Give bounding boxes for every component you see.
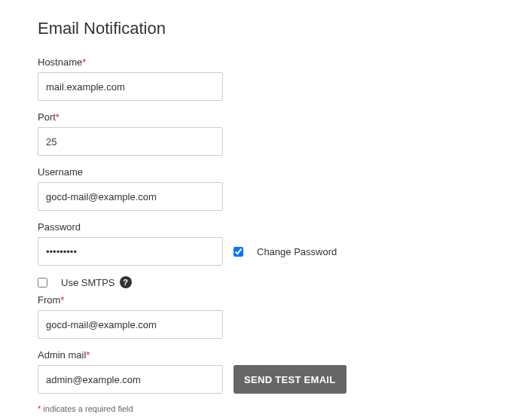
admin-mail-label: Admin mail* bbox=[38, 349, 481, 361]
admin-mail-label-text: Admin mail bbox=[38, 349, 86, 361]
port-label-text: Port bbox=[38, 111, 56, 123]
hostname-input[interactable] bbox=[38, 72, 223, 101]
from-label-text: From bbox=[38, 294, 60, 306]
required-star: * bbox=[86, 349, 90, 361]
password-label-text: Password bbox=[38, 221, 81, 233]
required-star: * bbox=[82, 56, 86, 68]
admin-mail-group: Admin mail* SEND TEST EMAIL bbox=[38, 349, 481, 394]
required-star: * bbox=[56, 111, 60, 123]
password-label: Password bbox=[38, 221, 481, 233]
use-smtps-label: Use SMTPS bbox=[61, 277, 115, 288]
required-star: * bbox=[60, 294, 64, 306]
username-group: Username bbox=[38, 166, 481, 211]
change-password-checkbox[interactable] bbox=[234, 247, 243, 257]
username-label-text: Username bbox=[38, 166, 83, 178]
change-password-label: Change Password bbox=[257, 246, 337, 257]
required-field-note: * indicates a required field bbox=[38, 404, 481, 413]
password-input[interactable] bbox=[38, 237, 223, 266]
username-label: Username bbox=[38, 166, 481, 178]
hostname-group: Hostname* bbox=[38, 56, 481, 101]
required-field-note-text: indicates a required field bbox=[41, 404, 133, 413]
admin-mail-input[interactable] bbox=[38, 365, 223, 394]
from-label: From* bbox=[38, 294, 481, 306]
port-input[interactable] bbox=[38, 127, 223, 156]
smtps-group: Use SMTPS ? From* bbox=[38, 276, 481, 339]
page-title: Email Notification bbox=[38, 19, 481, 38]
use-smtps-checkbox[interactable] bbox=[38, 278, 47, 288]
hostname-label: Hostname* bbox=[38, 56, 481, 68]
from-input[interactable] bbox=[38, 310, 223, 339]
port-group: Port* bbox=[38, 111, 481, 156]
send-test-email-button[interactable]: SEND TEST EMAIL bbox=[234, 365, 347, 394]
username-input[interactable] bbox=[38, 182, 223, 211]
port-label: Port* bbox=[38, 111, 481, 123]
use-smtps-wrap: Use SMTPS ? bbox=[38, 276, 481, 288]
password-group: Password Change Password bbox=[38, 221, 481, 266]
change-password-wrap: Change Password bbox=[234, 246, 337, 257]
help-icon[interactable]: ? bbox=[120, 276, 132, 288]
hostname-label-text: Hostname bbox=[38, 56, 82, 68]
